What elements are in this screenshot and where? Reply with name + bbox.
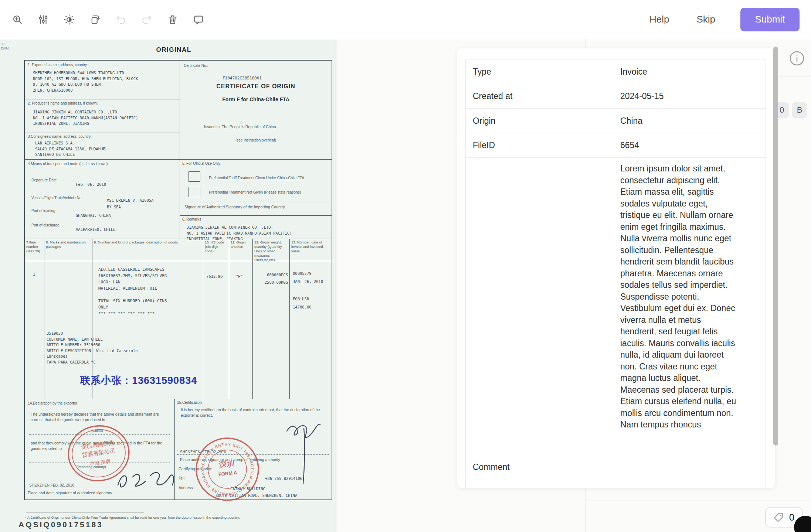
instruction-note: (see Instruction overleaf) bbox=[180, 138, 332, 142]
signature-line bbox=[182, 201, 329, 201]
certifier-signature bbox=[280, 416, 326, 486]
shortcut-chip-b[interactable]: B bbox=[792, 102, 807, 118]
certificate-table: 1. Exporter's name,address, country: SHE… bbox=[24, 60, 332, 500]
footnote-rule bbox=[26, 512, 144, 512]
toolbar: Help Skip Submit bbox=[0, 0, 811, 39]
col-header-hs-code: 10. HS code (Six digit code) bbox=[203, 239, 229, 261]
zoom-in-icon bbox=[12, 14, 23, 25]
table-row-created-at: Created at 2024-05-15 bbox=[466, 84, 766, 109]
col-header-item: 7.Item number (Max 20) bbox=[25, 239, 44, 261]
submit-button[interactable]: Submit bbox=[740, 8, 800, 31]
panel-scrollbar[interactable] bbox=[773, 47, 778, 446]
undo-button[interactable] bbox=[113, 11, 129, 28]
brightness-button[interactable] bbox=[61, 11, 77, 28]
comment-icon bbox=[193, 14, 204, 25]
checkbox-preferential-not-given[interactable] bbox=[189, 187, 200, 197]
row-label: Created at bbox=[473, 91, 512, 101]
box-exporter: 1. Exporter's name,address, country: SHE… bbox=[25, 61, 180, 99]
option-fta-underlined: China-Chile FTA bbox=[277, 176, 304, 180]
info-button[interactable] bbox=[789, 50, 805, 66]
validity-footnote: * A Certificate of Origin under China-Ch… bbox=[25, 515, 336, 519]
details-table: Type Invoice Created at 2024-05-15 Origi… bbox=[465, 59, 766, 488]
cell-origin-criterion: "P" bbox=[229, 261, 253, 399]
option-preferential-given: Preferential Tariff Treatment Given Unde… bbox=[209, 176, 277, 180]
declaration-country: (China) bbox=[91, 429, 103, 433]
info-icon bbox=[789, 50, 805, 66]
row-value: China bbox=[620, 116, 642, 126]
col-header-marks: 8. Marks and numbers on packages bbox=[44, 239, 92, 261]
comment-text: Lorem ipsum dolor sit amet, consectetur … bbox=[620, 163, 739, 431]
importing-country-hint: (Importing country) bbox=[77, 465, 106, 469]
cell-invoice: 00005579 JAN. 26, 2010 FOB:USD 14700.00 bbox=[290, 261, 332, 399]
annotation-app: Help Skip Submit 00 ZWM ORIGINAL 1. Expo… bbox=[0, 0, 811, 532]
certificate-number: F104702C38510001 bbox=[223, 75, 262, 81]
redo-icon bbox=[141, 14, 152, 25]
box-remarks: 6. Remarks JIAXING JINXIN AL CONTAINER C… bbox=[180, 216, 332, 239]
issued-in-label: Issued in bbox=[204, 125, 220, 129]
adjustments-button[interactable] bbox=[35, 11, 51, 28]
col-header-packages: 9. Number and kind of packages; descript… bbox=[92, 239, 203, 261]
tag-count: 0 bbox=[789, 512, 794, 523]
col-header-origin-criterion: 11. Origin criterion bbox=[229, 239, 253, 261]
certifier-place-date: SHENZHEN, FEB. 02, 2010 bbox=[180, 450, 226, 454]
checkbox-preferential-given[interactable] bbox=[189, 171, 200, 182]
box-consignee: 3.Consignee's name, address, country: LA… bbox=[25, 133, 180, 160]
document-copy-label: ORIGINAL bbox=[0, 46, 347, 54]
box-certificate-header: Certificate No.: F104702C38510001 CERTIF… bbox=[180, 61, 332, 160]
importing-signatory-label: Signature of Authorized Signatory of the… bbox=[184, 205, 285, 209]
box-certification: 15.Certification It is hereby certified,… bbox=[175, 399, 332, 499]
undo-icon bbox=[115, 14, 126, 25]
row-value: 6654 bbox=[620, 140, 639, 150]
tag-icon bbox=[774, 512, 785, 523]
exporter-signature bbox=[113, 467, 178, 494]
row-label: FileID bbox=[473, 140, 495, 150]
certificate-title: CERTIFICATE OF ORIGIN bbox=[180, 83, 332, 90]
exporter-place-date: SHENZHEN,FEB. 02, 2010 bbox=[29, 483, 74, 487]
zoom-button[interactable] bbox=[9, 11, 26, 28]
sliders-icon bbox=[38, 14, 49, 25]
brightness-contrast-icon bbox=[64, 14, 75, 25]
redo-button[interactable] bbox=[139, 11, 155, 28]
help-button[interactable]: Help bbox=[647, 13, 671, 25]
certificate-serial-number: AQSIQ090175183 bbox=[18, 520, 103, 529]
col-header-gross-weight: 12. Gross weight, quantity (Quantity Uni… bbox=[253, 239, 290, 261]
table-row-origin: Origin China bbox=[466, 109, 766, 133]
cell-quantity: 600000PCS 2580.00KGS bbox=[253, 261, 290, 399]
issued-in-value: The People's Republic of China bbox=[222, 125, 276, 130]
box-transport: 4.Means of transport and route (as far a… bbox=[25, 160, 180, 239]
row-label: Origin bbox=[473, 116, 495, 126]
box-official-use: 5. For Official Use Only Preferential Ta… bbox=[180, 160, 332, 216]
toolbar-actions: Help Skip Submit bbox=[647, 0, 800, 39]
rail-divider-bottom bbox=[586, 501, 811, 501]
row-label: Type bbox=[473, 67, 491, 77]
certificate-subtitle: Form F for China-Chile FTA bbox=[180, 96, 332, 102]
delete-button[interactable] bbox=[164, 11, 181, 28]
box-declaration: 14.Declaration by the exporter The under… bbox=[25, 399, 175, 499]
col-header-invoice: 13. Number, date of invoice and invoiced… bbox=[290, 239, 332, 261]
row-value: 2024-05-15 bbox=[620, 91, 664, 101]
box-producer: 2. Producer's name and address, if known… bbox=[25, 99, 180, 133]
comment-label: Comment bbox=[473, 462, 510, 472]
table-row-fileid: FileID 6654 bbox=[466, 133, 766, 158]
handwritten-contact-note: 联系小张：13631590834 bbox=[80, 374, 197, 387]
skip-button[interactable]: Skip bbox=[694, 13, 717, 25]
comment-button[interactable] bbox=[190, 11, 207, 28]
details-panel: Type Invoice Created at 2024-05-15 Origi… bbox=[457, 48, 775, 488]
toolbar-icon-group bbox=[9, 0, 207, 39]
rotate-icon bbox=[89, 14, 101, 25]
cell-hs-code: 7612.90 bbox=[203, 261, 229, 399]
cell-item-number: 1 bbox=[25, 261, 44, 399]
row-value: Invoice bbox=[620, 67, 647, 77]
table-row-type: Type Invoice bbox=[466, 59, 766, 84]
rotate-button[interactable] bbox=[87, 11, 103, 28]
option-preferential-not-given: Preferential Treatment Not Given (Please… bbox=[209, 190, 331, 194]
trash-icon bbox=[167, 14, 178, 25]
